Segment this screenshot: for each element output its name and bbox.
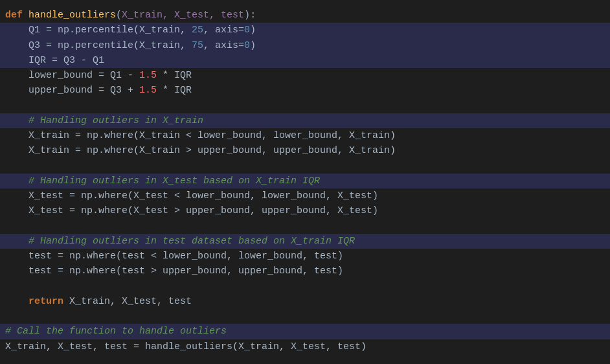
code-line-1: def handle_outliers(X_train, X_test, tes…: [0, 8, 610, 23]
code-line-blank4: [0, 279, 610, 294]
code-container: def handle_outliers(X_train, X_test, tes…: [0, 5, 610, 357]
code-line-3: Q3 = np.percentile(X_train, 75, axis=0): [0, 38, 610, 53]
code-line-22: # Call the function to handle outliers: [0, 324, 610, 339]
code-line-8: # Handling outliers in X_train: [0, 113, 610, 128]
code-line-17: test = np.where(test < lower_bound, lowe…: [0, 249, 610, 264]
code-line-12: # Handling outliers in X_test based on X…: [0, 174, 610, 188]
code-line-23: X_train, X_test, test = handle_outliers(…: [0, 339, 610, 354]
code-line-13: X_test = np.where(X_test < lower_bound, …: [0, 188, 610, 203]
code-line-blank3: [0, 219, 610, 234]
code-line-2: Q1 = np.percentile(X_train, 25, axis=0): [0, 23, 610, 38]
code-line-10: X_train = np.where(X_train > upper_bound…: [0, 143, 610, 158]
code-line-9: X_train = np.where(X_train < lower_bound…: [0, 128, 610, 143]
code-line-blank5: [0, 309, 610, 324]
code-line-18: test = np.where(test > upper_bound, uppe…: [0, 264, 610, 279]
code-line-6: upper_bound = Q3 + 1.5 * IQR: [0, 83, 610, 98]
code-line-4: IQR = Q3 - Q1: [0, 53, 610, 68]
code-line-5: lower_bound = Q1 - 1.5 * IQR: [0, 68, 610, 83]
code-line-blank1: [0, 98, 610, 113]
code-line-16: # Handling outliers in test dataset base…: [0, 234, 610, 249]
code-line-14: X_test = np.where(X_test > upper_bound, …: [0, 203, 610, 218]
code-line-20: return X_train, X_test, test: [0, 294, 610, 309]
code-line-blank2: [0, 159, 610, 174]
